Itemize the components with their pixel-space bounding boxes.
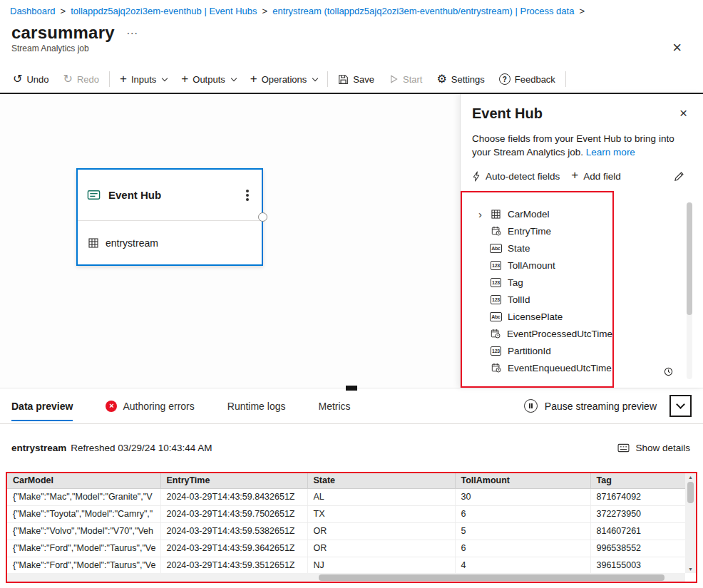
field-name: CarModel <box>508 209 550 220</box>
bottom-pane: Data preview × Authoring errors Runtime … <box>0 388 703 588</box>
datetime-type-icon <box>490 226 502 236</box>
add-field-button[interactable]: + Add field <box>571 170 620 182</box>
table-row[interactable]: {"Make":"Ford","Model":"Taurus","Ve 2024… <box>7 557 685 574</box>
breadcrumb-process-data[interactable]: entrystream (tollappdz5ajq2ozi3em-eventh… <box>272 6 574 16</box>
help-icon: ? <box>499 73 510 85</box>
breadcrumb-dashboard[interactable]: Dashboard <box>10 6 56 16</box>
cell: 372273950 <box>590 505 685 522</box>
field-row-eventprocessedutctime[interactable]: EventProcessedUtcTime <box>476 325 612 342</box>
start-button[interactable]: Start <box>381 67 429 91</box>
breadcrumb-eventhub-namespace[interactable]: tollappdz5ajq2ozi3em-eventhub | Event Hu… <box>71 6 257 16</box>
pause-streaming-button[interactable]: Pause streaming preview <box>545 401 657 412</box>
node-output-connector[interactable] <box>258 212 267 222</box>
learn-more-link[interactable]: Learn more <box>586 147 635 158</box>
field-name: PartitionId <box>508 346 551 356</box>
error-icon: × <box>106 401 117 412</box>
redo-label: Redo <box>77 74 99 85</box>
plus-icon: + <box>120 73 127 85</box>
cell: 30 <box>455 488 590 505</box>
cell: 396155003 <box>590 557 685 574</box>
table-vertical-scrollbar[interactable]: ▲ ▼ <box>685 473 696 573</box>
field-row-state[interactable]: Abc State <box>476 239 612 257</box>
node-stream-name: entrystream <box>106 237 158 249</box>
start-label: Start <box>403 74 422 85</box>
more-options-button[interactable]: … <box>126 24 138 38</box>
table-row[interactable]: {"Make":"Toyota","Model":"Camry"," 2024-… <box>7 505 685 522</box>
tab-runtime-logs[interactable]: Runtime logs <box>227 388 286 423</box>
breadcrumb-separator: > <box>61 6 66 16</box>
undo-icon: ↺ <box>13 73 22 85</box>
add-operations-dropdown[interactable]: + Operations <box>243 67 325 91</box>
title-bar: carsummary … Stream Analytics job × <box>0 21 703 66</box>
field-name: TollId <box>508 294 530 305</box>
close-editor-button[interactable]: × <box>672 30 682 66</box>
scroll-up-icon[interactable]: ▲ <box>688 475 693 480</box>
panel-scrollbar[interactable] <box>687 202 692 379</box>
table-row[interactable]: {"Make":"Mac","Model":"Granite","V 2024-… <box>7 488 685 505</box>
panel-description: Choose fields from your Event Hub to bri… <box>472 133 674 158</box>
diagram-canvas[interactable]: Event Hub entrystream <box>0 94 460 388</box>
column-header[interactable]: Tag <box>590 473 685 488</box>
node-title: Event Hub <box>108 189 235 201</box>
auto-detect-fields-button[interactable]: Auto-detect fields <box>472 171 560 182</box>
event-hub-node[interactable]: Event Hub entrystream <box>76 168 263 266</box>
scroll-down-icon[interactable]: ▼ <box>688 567 693 572</box>
command-toolbar: ↺ Undo ↻ Redo + Inputs + Outputs + Opera… <box>0 66 703 94</box>
feedback-button[interactable]: ? Feedback <box>492 67 563 91</box>
cell: 2024-03-29T14:43:59.5382651Z <box>160 522 307 540</box>
settings-label: Settings <box>451 74 485 85</box>
table-horizontal-scrollbar[interactable] <box>7 573 685 582</box>
tab-metrics[interactable]: Metrics <box>318 388 350 423</box>
pane-resize-handle[interactable] <box>346 386 357 391</box>
undo-button[interactable]: ↺ Undo <box>6 67 56 91</box>
tab-authoring-errors[interactable]: × Authoring errors <box>106 388 194 423</box>
add-outputs-dropdown[interactable]: + Outputs <box>174 67 242 91</box>
field-name: EventEnqueuedUtcTime <box>508 363 612 373</box>
field-row-tollamount[interactable]: 123 TollAmount <box>476 257 612 274</box>
save-button[interactable]: Save <box>331 67 381 91</box>
breadcrumb-separator: > <box>262 6 268 16</box>
panel-close-button[interactable]: × <box>679 105 687 121</box>
column-header[interactable]: State <box>307 473 455 488</box>
field-row-partitionid[interactable]: 123 PartitionId <box>476 342 612 359</box>
operations-label: Operations <box>262 74 307 85</box>
show-details-button[interactable]: Show details <box>617 443 690 453</box>
chevron-down-icon <box>162 75 168 81</box>
add-inputs-dropdown[interactable]: + Inputs <box>113 67 174 91</box>
cell: 814607261 <box>590 522 685 540</box>
breadcrumb: Dashboard > tollappdz5ajq2ozi3em-eventhu… <box>0 0 703 21</box>
column-header[interactable]: EntryTime <box>160 473 307 488</box>
field-row-licenseplate[interactable]: Abc LicensePlate <box>476 308 612 325</box>
page-title: carsummary <box>11 23 115 43</box>
node-menu-button[interactable] <box>246 194 249 197</box>
collapse-pane-button[interactable] <box>669 395 692 417</box>
cell: OR <box>307 522 455 540</box>
edit-fields-button[interactable] <box>674 171 684 182</box>
tab-label: Data preview <box>11 401 73 412</box>
toolbar-divider <box>327 71 328 87</box>
redo-button[interactable]: ↻ Redo <box>56 67 106 91</box>
field-row-tag[interactable]: 123 Tag <box>476 274 612 291</box>
settings-button[interactable]: ⚙ Settings <box>429 67 491 91</box>
tab-data-preview[interactable]: Data preview <box>11 388 73 423</box>
column-header[interactable]: TollAmount <box>455 473 590 488</box>
datetime-type-icon <box>490 329 501 339</box>
table-row[interactable]: {"Make":"Ford","Model":"Taurus","Ve 2024… <box>7 540 685 557</box>
expand-chevron-icon[interactable]: › <box>476 209 484 220</box>
column-header[interactable]: CarModel <box>7 473 160 488</box>
inputs-label: Inputs <box>131 74 156 85</box>
table-row[interactable]: {"Make":"Volvo","Model":"V70","Veh 2024-… <box>7 522 685 540</box>
field-row-entrytime[interactable]: EntryTime <box>476 222 612 239</box>
redo-icon: ↻ <box>63 73 72 85</box>
cell: OR <box>307 540 455 557</box>
field-name: LicensePlate <box>508 311 563 322</box>
refreshed-timestamp: Refreshed 03/29/24 10:43:44 AM <box>71 443 212 453</box>
field-row-eventenqueuedutctime[interactable]: EventEnqueuedUtcTime <box>476 359 612 376</box>
lightning-icon <box>472 171 481 182</box>
field-row-carmodel[interactable]: › CarModel <box>476 205 612 222</box>
datetime-type-icon <box>490 363 502 373</box>
field-row-tollid[interactable]: 123 TollId <box>476 291 612 308</box>
chevron-down-icon <box>676 400 685 409</box>
field-name: State <box>508 243 530 254</box>
preview-info-row: entrystream Refreshed 03/29/24 10:43:44 … <box>0 443 703 453</box>
